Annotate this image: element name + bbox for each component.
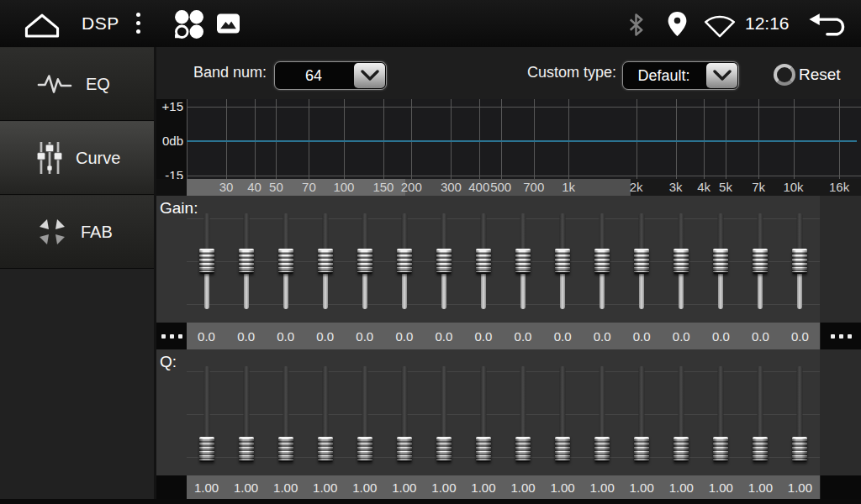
gain-fader[interactable] — [712, 213, 729, 309]
gain-slider-thumb[interactable] — [792, 249, 807, 274]
q-slider[interactable] — [187, 366, 226, 462]
gallery-button[interactable] — [217, 13, 240, 37]
q-fader[interactable] — [752, 366, 769, 462]
q-slider-thumb[interactable] — [239, 437, 254, 462]
gain-fader[interactable] — [554, 213, 571, 309]
gain-slider[interactable] — [543, 213, 583, 309]
q-fader[interactable] — [396, 366, 413, 462]
gain-fader[interactable] — [357, 213, 373, 309]
q-fader[interactable] — [475, 366, 492, 462]
q-fader[interactable] — [791, 366, 808, 462]
gain-slider[interactable] — [384, 213, 424, 309]
gain-fader[interactable] — [317, 213, 334, 309]
q-fader[interactable] — [633, 366, 650, 462]
q-slider-thumb[interactable] — [476, 437, 491, 462]
q-fader[interactable] — [554, 366, 571, 462]
q-slider-thumb[interactable] — [397, 437, 412, 462]
q-slider[interactable] — [384, 366, 424, 462]
q-slider[interactable] — [424, 366, 463, 462]
q-slider[interactable] — [463, 366, 503, 462]
q-slider[interactable] — [583, 366, 622, 462]
gain-slider[interactable] — [266, 213, 305, 309]
q-fader[interactable] — [317, 366, 334, 462]
sidebar-item-fab[interactable]: FAB — [0, 195, 154, 269]
gain-more-right-button[interactable] — [821, 323, 861, 349]
gain-slider[interactable] — [780, 213, 820, 309]
q-slider[interactable] — [345, 366, 384, 462]
band-num-dropdown-button[interactable] — [354, 63, 385, 88]
q-slider-thumb[interactable] — [634, 437, 649, 462]
overflow-menu-button[interactable] — [136, 13, 140, 34]
home-button[interactable] — [22, 10, 62, 41]
gain-slider-thumb[interactable] — [318, 249, 333, 274]
q-slider-thumb[interactable] — [318, 437, 333, 462]
gain-slider[interactable] — [701, 213, 741, 309]
apps-button[interactable] — [173, 8, 204, 43]
q-slider-thumb[interactable] — [357, 437, 372, 462]
q-slider[interactable] — [543, 366, 583, 462]
q-fader[interactable] — [238, 366, 255, 462]
q-more-left-button[interactable] — [156, 475, 187, 499]
sidebar-item-curve[interactable]: Curve — [0, 121, 154, 195]
gain-fader[interactable] — [752, 213, 769, 309]
gain-slider-thumb[interactable] — [476, 249, 491, 274]
q-fader[interactable] — [277, 366, 294, 462]
q-slider[interactable] — [780, 366, 820, 462]
gain-slider-thumb[interactable] — [397, 249, 412, 274]
q-fader[interactable] — [357, 366, 373, 462]
gain-slider-thumb[interactable] — [515, 249, 531, 274]
q-slider-thumb[interactable] — [713, 437, 728, 462]
gain-slider-thumb[interactable] — [673, 249, 689, 274]
q-slider-thumb[interactable] — [436, 437, 452, 462]
gain-slider[interactable] — [424, 213, 463, 309]
gain-fader[interactable] — [475, 213, 492, 309]
gain-more-left-button[interactable] — [156, 323, 187, 349]
gain-fader[interactable] — [238, 213, 255, 309]
back-button[interactable] — [807, 12, 851, 40]
gain-fader[interactable] — [436, 213, 452, 309]
custom-type-dropdown-button[interactable] — [706, 63, 737, 88]
q-slider-thumb[interactable] — [199, 437, 214, 462]
q-slider-thumb[interactable] — [594, 437, 610, 462]
q-slider[interactable] — [622, 366, 662, 462]
q-slider-thumb[interactable] — [792, 437, 807, 462]
gain-slider-thumb[interactable] — [634, 249, 649, 274]
q-slider[interactable] — [662, 366, 701, 462]
q-slider[interactable] — [305, 366, 345, 462]
q-fader[interactable] — [198, 366, 215, 462]
gain-slider[interactable] — [187, 213, 226, 309]
reset-radio[interactable] — [774, 64, 795, 86]
gain-slider[interactable] — [504, 213, 543, 309]
gain-slider-thumb[interactable] — [753, 249, 768, 274]
gain-slider-thumb[interactable] — [239, 249, 254, 274]
band-num-dropdown[interactable]: 64 — [274, 61, 387, 90]
gain-slider[interactable] — [463, 213, 503, 309]
gain-slider-thumb[interactable] — [278, 249, 293, 274]
gain-slider[interactable] — [662, 213, 701, 309]
gain-slider[interactable] — [583, 213, 622, 309]
q-slider-thumb[interactable] — [555, 437, 570, 462]
q-slider[interactable] — [504, 366, 543, 462]
gain-slider-thumb[interactable] — [357, 249, 372, 274]
q-more-right-button[interactable] — [821, 475, 861, 499]
q-fader[interactable] — [515, 366, 531, 462]
q-slider-thumb[interactable] — [753, 437, 768, 462]
q-slider[interactable] — [266, 366, 305, 462]
q-slider-thumb[interactable] — [278, 437, 293, 462]
q-slider-thumb[interactable] — [515, 437, 531, 462]
q-slider[interactable] — [226, 366, 266, 462]
gain-slider[interactable] — [622, 213, 662, 309]
gain-fader[interactable] — [515, 213, 531, 309]
gain-fader[interactable] — [198, 213, 215, 309]
gain-fader[interactable] — [594, 213, 610, 309]
gain-slider-thumb[interactable] — [199, 249, 214, 274]
sidebar-item-eq[interactable]: EQ — [0, 47, 154, 121]
gain-fader[interactable] — [277, 213, 294, 309]
gain-fader[interactable] — [396, 213, 413, 309]
q-slider[interactable] — [701, 366, 741, 462]
gain-fader[interactable] — [791, 213, 808, 309]
q-fader[interactable] — [436, 366, 452, 462]
custom-type-dropdown[interactable]: Default: — [622, 61, 739, 90]
q-slider[interactable] — [741, 366, 780, 462]
gain-fader[interactable] — [673, 213, 689, 309]
